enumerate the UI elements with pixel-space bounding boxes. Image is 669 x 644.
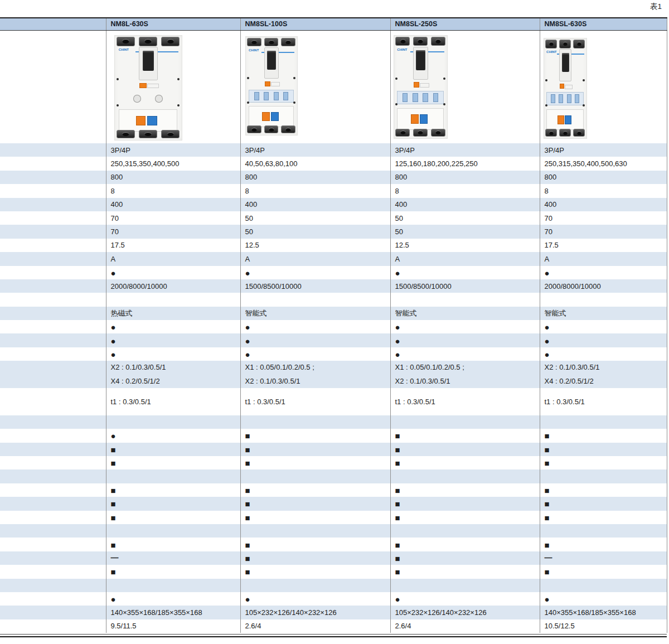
row-label-cell (0, 524, 106, 538)
spec-cell: 140×355×168/185×355×168 (540, 606, 667, 619)
spec-cell (240, 524, 390, 538)
spec-cell: ■ (540, 511, 667, 524)
row-label-cell (0, 538, 106, 551)
table-caption: 表1 (650, 2, 662, 12)
square-marker: ■ (545, 513, 550, 522)
spec-cell: ● (106, 429, 240, 442)
breaker-handle (562, 53, 569, 72)
breaker-rating-tag (414, 82, 420, 87)
spec-row-24: ■■■■ (0, 497, 667, 510)
dot-marker: ● (111, 594, 116, 604)
row-label-cell (0, 307, 106, 320)
spec-cell: 3P/4P (390, 143, 540, 157)
spec-cell: 8 (240, 184, 390, 197)
row-label-header (0, 18, 106, 30)
spec-row-27: ■■■■ (0, 538, 667, 551)
dash-marker: — (111, 553, 119, 562)
spec-cell: ■ (106, 443, 240, 456)
row-label-cell (0, 225, 106, 238)
table-bottom-border (0, 634, 667, 637)
column-header-nm8sl-630s: NM8SL-630S (540, 18, 667, 30)
spec-cell: ● (240, 266, 390, 279)
spec-cell: X2 : 0.1/0.3/0.5/1X4 : 0.2/0.5/1/2 (540, 361, 667, 388)
spec-row-15: ●●●● (0, 347, 667, 361)
spec-cell (240, 293, 390, 306)
spec-cell: 140×355×168/185×355×168 (106, 606, 240, 619)
spec-row-6: 70505070 (0, 225, 667, 238)
breaker-adjust-panel (397, 91, 444, 104)
square-marker: ■ (245, 431, 250, 440)
spec-row-33: 9.5/11.52.6/42.6/410.5/12.5 (0, 619, 667, 633)
row-label-cell (0, 171, 106, 184)
product-image-nm8l-630s: CHINT (114, 35, 182, 141)
spec-cell: 70 (540, 225, 667, 238)
square-marker: ■ (111, 540, 116, 550)
square-marker: ■ (395, 445, 400, 454)
spec-cell: t1 : 0.3/0.5/1 (390, 388, 540, 415)
spec-cell: t1 : 0.3/0.5/1 (540, 388, 667, 415)
row-label-cell (0, 279, 106, 293)
breaker-top-terminals (117, 37, 180, 46)
spec-cell: A (540, 252, 667, 265)
square-marker: ■ (245, 567, 250, 577)
dot-marker: ● (111, 336, 116, 346)
spec-row-10: 2000/8000/100001500/8500/100001500/8500/… (0, 279, 667, 293)
dot-marker: ● (111, 322, 116, 332)
row-label-cell (0, 443, 106, 456)
spec-cell: 3P/4P (106, 143, 240, 157)
spec-cell: 400 (240, 198, 390, 211)
spec-cell: ■ (240, 443, 390, 456)
brand-logo: CHINT (249, 49, 259, 52)
spec-cell: 50 (390, 225, 540, 238)
spec-cell: ■ (540, 538, 667, 551)
product-cell-4: CHINT (540, 30, 667, 143)
spec-cell: 800 (240, 171, 390, 184)
spec-cell (106, 469, 240, 483)
column-header-nm8sl-250s: NM8SL-250S (390, 18, 540, 30)
spec-cell: ■ (240, 497, 390, 510)
row-label-cell (0, 592, 106, 606)
spec-cell: — (106, 551, 240, 565)
spec-cell: 智能式 (540, 307, 667, 320)
spec-cell: ■ (390, 511, 540, 524)
spec-row-21: ■■■■ (0, 456, 667, 469)
row-label-cell (0, 511, 106, 524)
spec-cell (540, 415, 667, 429)
square-marker: ■ (245, 513, 250, 522)
product-image-nm8sl-100s: CHINT (245, 36, 298, 135)
row-label-cell (0, 361, 106, 388)
spec-cell: 8 (540, 184, 667, 197)
breaker-top-terminals (545, 40, 585, 49)
breaker-adjust-panel (546, 92, 584, 105)
spec-cell: 40,50,63,80,100 (240, 157, 390, 170)
square-marker: ■ (395, 540, 400, 550)
product-image-row: CHINT (0, 30, 667, 143)
square-marker: ■ (545, 540, 550, 550)
dot-marker: ● (395, 336, 400, 346)
spec-cell: 1500/8500/10000 (240, 279, 390, 293)
row-label-cell (0, 184, 106, 197)
spec-cell: ■ (240, 565, 390, 578)
spec-cell: 125,160,180,200,225,250 (390, 157, 540, 170)
spec-cell: ■ (106, 511, 240, 524)
spec-cell: ■ (390, 429, 540, 442)
spec-cell: 9.5/11.5 (106, 619, 240, 633)
spec-cell: ■ (390, 456, 540, 469)
dot-marker: ● (545, 336, 550, 346)
spec-cell: t1 : 0.3/0.5/1 (106, 388, 240, 415)
breaker-bottom-terminals (247, 125, 295, 133)
spec-cell: ● (390, 266, 540, 279)
row-label-cell (0, 157, 106, 170)
dot-marker: ● (111, 431, 116, 440)
spec-cell: ■ (106, 565, 240, 578)
spec-cell: 105×232×126/140×232×126 (240, 606, 390, 619)
dot-marker: ● (111, 350, 116, 359)
spec-cell: X1 : 0.05/0.1/0.2/0.5 ;X2 : 0.1/0.3/0.5/… (390, 361, 540, 388)
spec-cell: 800 (390, 171, 540, 184)
spec-cell: ● (106, 333, 240, 347)
spec-cell: A (106, 252, 240, 265)
spec-table: NM8L-630S NM8SL-100S NM8SL-250S NM8SL-63… (0, 17, 667, 633)
dot-marker: ● (545, 350, 550, 359)
spec-cell: t1 : 0.3/0.5/1 (240, 388, 390, 415)
spec-cell: ● (540, 266, 667, 279)
